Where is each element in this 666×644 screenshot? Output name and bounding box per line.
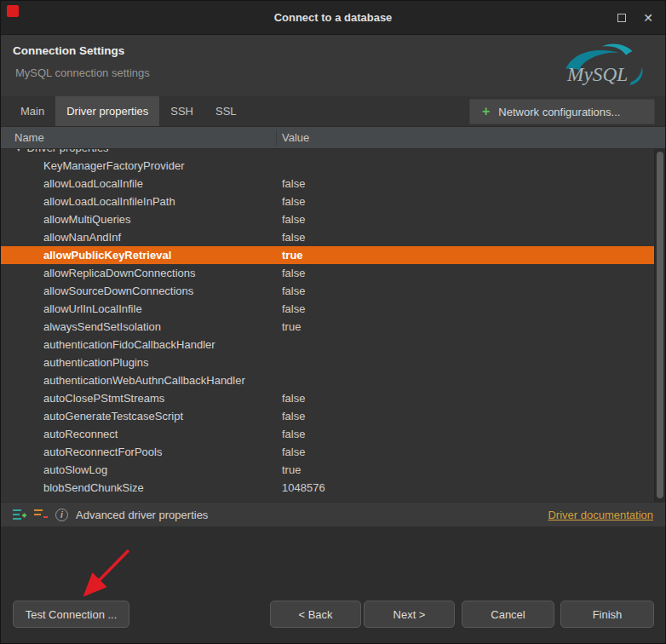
property-name: allowMultiQueries [43, 210, 131, 228]
plus-icon: + [482, 105, 490, 118]
property-name: autoSlowLog [43, 461, 107, 479]
property-value: 1048576 [282, 479, 325, 497]
group-label: Driver properties [27, 149, 109, 154]
table-row[interactable]: autoGenerateTestcaseScriptfalse [1, 407, 665, 425]
table-body: ▾Driver properties KeyManagerFactoryProv… [1, 149, 665, 502]
table-row[interactable]: blobSendChunkSize1048576 [1, 479, 665, 497]
dialog-header: Connection Settings MySQL connection set… [1, 35, 665, 96]
property-name: allowNanAndInf [43, 228, 121, 246]
vertical-scrollbar[interactable] [654, 149, 665, 502]
property-value: false [282, 175, 305, 193]
tab-ssh[interactable]: SSH [159, 96, 204, 126]
window-title: Connect to a database [1, 1, 665, 35]
property-value: false [282, 282, 305, 300]
page-title: Connection Settings [13, 44, 124, 57]
table-row[interactable]: authenticationFidoCallbackHandler [1, 336, 665, 354]
caret-down-icon[interactable]: ▾ [16, 149, 21, 153]
network-configurations-label: Network configurations... [498, 106, 620, 118]
wizard-buttons: < Back Next > Cancel Finish [270, 601, 654, 628]
table-row-group[interactable]: ▾Driver properties [1, 149, 665, 157]
driver-properties-table: Name Value ▾Driver properties KeyManager… [1, 127, 665, 502]
property-value: false [282, 193, 305, 210]
table-row[interactable]: authenticationPlugins [1, 354, 665, 371]
cancel-button[interactable]: Cancel [462, 601, 554, 628]
table-row[interactable]: allowMultiQueriesfalse [1, 210, 665, 228]
property-name: autoGenerateTestcaseScript [43, 407, 183, 425]
table-row[interactable]: allowSourceDownConnectionsfalse [1, 282, 665, 300]
property-name: authenticationWebAuthnCallbackHandler [43, 371, 245, 389]
expand-properties-icon[interactable] [13, 508, 26, 521]
tab-ssl[interactable]: SSL [204, 96, 248, 126]
property-value: false [282, 425, 305, 443]
table-row[interactable]: autoReconnectForPoolsfalse [1, 443, 665, 461]
titlebar[interactable]: Connect to a database ✕ [1, 1, 665, 35]
property-value: false [282, 443, 305, 461]
dialog-footer: Test Connection ... < Back Next > Cancel… [1, 526, 665, 643]
property-value: false [282, 228, 305, 246]
property-name: allowSourceDownConnections [43, 282, 193, 300]
column-header-value[interactable]: Value [282, 127, 309, 149]
table-header: Name Value [1, 127, 665, 149]
connect-database-dialog: Connect to a database ✕ Connection Setti… [0, 0, 666, 644]
property-name: autoReconnect [43, 425, 118, 443]
network-configurations-button[interactable]: + Network configurations... [469, 99, 655, 124]
property-name: blobSendChunkSize [43, 479, 144, 497]
advanced-driver-properties-label: Advanced driver properties [76, 509, 208, 521]
property-name: autoReconnectForPools [43, 443, 162, 461]
page-subtitle: MySQL connection settings [15, 66, 150, 79]
collapse-properties-icon[interactable] [34, 508, 48, 521]
property-value: true [282, 246, 303, 264]
finish-button[interactable]: Finish [560, 601, 654, 628]
property-name: autoClosePStmtStreams [43, 389, 164, 407]
info-icon[interactable]: i [55, 509, 68, 521]
property-value: false [282, 407, 305, 425]
mysql-logo-text: MySQL [566, 63, 628, 85]
property-name: allowUrlInLocalInfile [43, 300, 142, 318]
close-button[interactable]: ✕ [643, 12, 653, 24]
back-button[interactable]: < Back [270, 601, 361, 628]
next-button[interactable]: Next > [364, 601, 455, 628]
table-row[interactable]: authenticationWebAuthnCallbackHandler [1, 371, 665, 389]
table-row[interactable]: allowUrlInLocalInfilefalse [1, 300, 665, 318]
property-name: allowReplicaDownConnections [43, 264, 195, 282]
column-divider [276, 129, 277, 146]
tab-driver-properties[interactable]: Driver properties [55, 96, 159, 126]
table-row[interactable]: autoClosePStmtStreamsfalse [1, 389, 665, 407]
property-name: allowLoadLocalInfile [43, 175, 143, 193]
scrollbar-thumb[interactable] [657, 152, 663, 498]
table-row[interactable]: allowLoadLocalInfilefalse [1, 175, 665, 193]
table-row[interactable]: allowReplicaDownConnectionsfalse [1, 264, 665, 282]
property-name: allowLoadLocalInfileInPath [43, 193, 175, 210]
mysql-logo: MySQL [556, 40, 652, 91]
table-row[interactable]: autoReconnectfalse [1, 425, 665, 443]
property-name: allowPublicKeyRetrieval [43, 246, 171, 264]
property-name: authenticationFidoCallbackHandler [43, 336, 215, 354]
table-row[interactable]: autoSlowLogtrue [1, 461, 665, 479]
maximize-button[interactable] [617, 14, 626, 22]
property-value: true [282, 318, 301, 336]
property-value: false [282, 264, 305, 282]
property-name: alwaysSendSetIsolation [43, 318, 161, 336]
property-name: authenticationPlugins [43, 354, 149, 371]
table-row[interactable]: alwaysSendSetIsolationtrue [1, 318, 665, 336]
table-row[interactable]: allowNanAndInffalse [1, 228, 665, 246]
table-toolbar: i Advanced driver properties Driver docu… [1, 502, 665, 526]
tab-main[interactable]: Main [9, 96, 55, 126]
tab-bar: Main Driver properties SSH SSL + Network… [1, 96, 665, 127]
test-connection-button[interactable]: Test Connection ... [13, 601, 129, 628]
property-value: false [282, 389, 305, 407]
table-row[interactable]: allowLoadLocalInfileInPathfalse [1, 193, 665, 210]
property-name: KeyManagerFactoryProvider [43, 157, 184, 175]
table-row[interactable]: allowPublicKeyRetrievaltrue [1, 246, 665, 264]
driver-documentation-link[interactable]: Driver documentation [548, 509, 653, 521]
property-value: false [282, 210, 305, 228]
property-value: false [282, 300, 305, 318]
column-header-name[interactable]: Name [14, 127, 44, 149]
table-row[interactable]: KeyManagerFactoryProvider [1, 157, 665, 175]
property-value: true [282, 461, 301, 479]
